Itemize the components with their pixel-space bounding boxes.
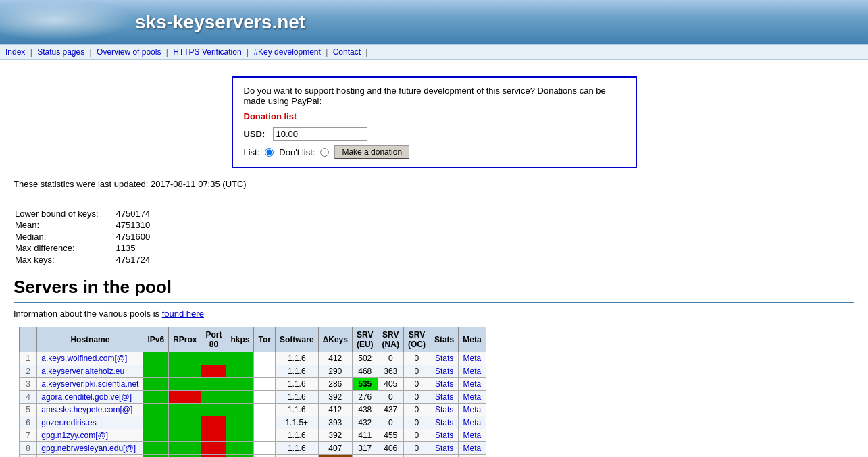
srv-na-cell: 0 <box>378 416 403 429</box>
srv-oc-cell: 0 <box>403 378 430 391</box>
srv-eu-cell: 411 <box>352 429 378 442</box>
srv-eu-cell: 468 <box>352 365 378 378</box>
ipv6-cell <box>143 391 169 404</box>
nav-pools[interactable]: Overview of pools <box>97 47 161 57</box>
col-stats: Stats <box>430 327 458 352</box>
lower-bound-label: Lower bound of keys: <box>15 209 115 219</box>
nav-key-dev[interactable]: #Key development <box>253 47 320 57</box>
meta-cell: Meta <box>459 352 486 365</box>
port80-cell <box>201 391 226 404</box>
srv-oc-cell: 0 <box>403 365 430 378</box>
software-cell: 1.1.6 <box>275 391 318 404</box>
nav-https[interactable]: HTTPS Verification <box>173 47 241 57</box>
software-cell: 1.1.6 <box>275 352 318 365</box>
meta-cell: Meta <box>459 391 486 404</box>
usd-row: USD: <box>244 127 625 141</box>
ipv6-cell <box>143 442 169 455</box>
usd-label: USD: <box>244 129 267 139</box>
port80-cell <box>201 442 226 455</box>
stats-cell: Stats <box>430 429 458 442</box>
server-table: Hostname IPv6 RProx Port80 hkps Tor Soft… <box>19 327 486 457</box>
found-here-link[interactable]: found here <box>162 308 204 319</box>
stats-cell: Stats <box>430 391 458 404</box>
col-tor: Tor <box>254 327 275 352</box>
pool-info: Information about the various pools is f… <box>14 308 854 319</box>
stats-cell: Stats <box>430 352 458 365</box>
nav-status[interactable]: Status pages <box>37 47 84 57</box>
donation-list-link[interactable]: Donation list <box>244 111 625 122</box>
dont-list-radio[interactable] <box>320 148 329 157</box>
table-row: 6 gozer.rediris.es 1.1.5+ 393 432 0 0 St… <box>20 416 486 429</box>
srv-oc-cell: 0 <box>403 404 430 416</box>
row-number: 2 <box>20 365 37 378</box>
rprox-cell <box>169 442 201 455</box>
tor-cell <box>254 442 275 455</box>
hkps-cell <box>226 442 254 455</box>
list-radio[interactable] <box>265 148 274 157</box>
median-label: Median: <box>15 232 115 242</box>
stats-cell: Stats <box>430 365 458 378</box>
rprox-cell <box>169 416 201 429</box>
tor-cell <box>254 416 275 429</box>
delta-cell: 392 <box>318 391 352 404</box>
hkps-cell <box>226 365 254 378</box>
mean-value: 4751310 <box>116 220 151 230</box>
last-updated: These statistics were last updated: 2017… <box>14 179 854 189</box>
usd-input[interactable] <box>273 127 367 141</box>
nav-index[interactable]: Index <box>5 47 25 57</box>
max-keys-value: 4751724 <box>116 254 151 265</box>
table-row: 4 agora.cenditel.gob.ve[@] 1.1.6 392 276… <box>20 391 486 404</box>
srv-na-cell: 406 <box>378 442 403 455</box>
delta-cell: 412 <box>318 352 352 365</box>
hostname: gozer.rediris.es <box>37 416 143 429</box>
median-value: 4751600 <box>116 232 151 242</box>
software-cell: 1.1.6 <box>275 378 318 391</box>
site-header: sks-keyservers.net <box>0 0 868 44</box>
software-cell: 1.1.6 <box>275 404 318 416</box>
col-srv-na: SRV(NA) <box>378 327 403 352</box>
rprox-cell <box>169 455 201 458</box>
col-delta: ΔKeys <box>318 327 352 352</box>
stats-cell: Stats <box>430 455 458 458</box>
srv-oc-cell: 0 <box>403 352 430 365</box>
servers-heading: Servers in the pool <box>14 277 854 303</box>
nav-contact[interactable]: Contact <box>333 47 361 57</box>
hkps-cell <box>226 416 254 429</box>
table-row: 9 gpg.phillymesh.net 1.1.6 -338 389 0 0 … <box>20 455 486 458</box>
dont-list-label: Don't list: <box>279 147 315 157</box>
port80-cell <box>201 404 226 416</box>
rprox-cell <box>169 378 201 391</box>
ipv6-cell <box>143 429 169 442</box>
col-meta: Meta <box>459 327 486 352</box>
srv-oc-cell: 0 <box>403 442 430 455</box>
stats-cell: Stats <box>430 378 458 391</box>
col-port80: Port80 <box>201 327 226 352</box>
hostname: a.keyserver.pki.scientia.net <box>37 378 143 391</box>
col-rprox: RProx <box>169 327 201 352</box>
row-number: 7 <box>20 429 37 442</box>
donate-button[interactable]: Make a donation <box>334 145 409 159</box>
mean-label: Mean: <box>15 220 115 230</box>
srv-eu-cell: 535 <box>352 378 378 391</box>
table-row: 2 a.keyserver.alteholz.eu 1.1.6 290 468 … <box>20 365 486 378</box>
software-cell: 1.1.6 <box>275 365 318 378</box>
stats-cell: Stats <box>430 404 458 416</box>
rprox-cell <box>169 391 201 404</box>
meta-cell: Meta <box>459 416 486 429</box>
stats-table: Lower bound of keys: 4750174 Mean: 47513… <box>14 207 151 266</box>
delta-cell: 290 <box>318 365 352 378</box>
delta-cell: 393 <box>318 416 352 429</box>
delta-cell: 392 <box>318 429 352 442</box>
table-row: 7 gpg.n1zyy.com[@] 1.1.6 392 411 455 0 S… <box>20 429 486 442</box>
ipv6-cell <box>143 416 169 429</box>
stats-cell: Stats <box>430 416 458 429</box>
srv-eu-cell: 432 <box>352 416 378 429</box>
srv-oc-cell: 0 <box>403 455 430 458</box>
software-cell: 1.1.6 <box>275 429 318 442</box>
max-diff-value: 1135 <box>116 243 151 253</box>
hkps-cell <box>226 378 254 391</box>
tor-cell <box>254 378 275 391</box>
srv-eu-cell: 438 <box>352 404 378 416</box>
srv-na-cell: 437 <box>378 404 403 416</box>
table-row: 8 gpg.nebrwesleyan.edu[@] 1.1.6 407 317 … <box>20 442 486 455</box>
